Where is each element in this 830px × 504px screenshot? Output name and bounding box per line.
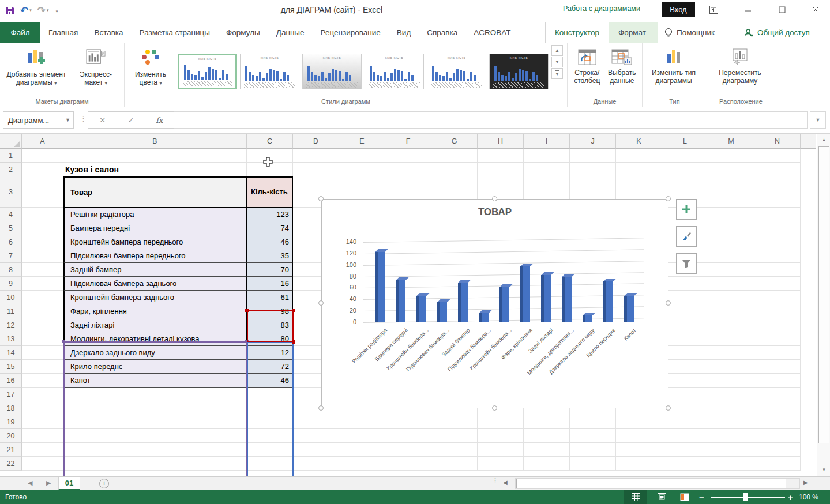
cell-M21[interactable] bbox=[708, 443, 754, 457]
name-box[interactable]: Диаграмм... ▼ bbox=[3, 111, 74, 129]
cell-L15[interactable] bbox=[662, 360, 708, 374]
cell-E2[interactable] bbox=[339, 163, 385, 176]
chart-handle[interactable] bbox=[666, 300, 671, 306]
cell-N12[interactable] bbox=[754, 318, 801, 332]
chart-handle[interactable] bbox=[318, 300, 324, 306]
chart-bar[interactable] bbox=[520, 266, 530, 322]
cell-M19[interactable] bbox=[708, 415, 754, 429]
cell-J22[interactable] bbox=[570, 457, 616, 471]
cell-N13[interactable] bbox=[754, 332, 801, 346]
chart-bar[interactable] bbox=[416, 296, 426, 322]
insert-function-icon[interactable]: fx bbox=[145, 116, 174, 125]
row-header-22[interactable]: 22 bbox=[0, 457, 22, 471]
cell-A4[interactable] bbox=[22, 208, 63, 221]
cell-D22[interactable] bbox=[293, 457, 339, 471]
sheet-nav-prev-icon[interactable]: ◀ bbox=[28, 479, 32, 487]
cell-E19[interactable] bbox=[339, 415, 385, 429]
table-cell-product[interactable]: Задній бампер bbox=[63, 263, 247, 277]
assistant-button[interactable]: Помощник bbox=[664, 22, 715, 43]
cell-H20[interactable] bbox=[478, 429, 524, 443]
column-header-F[interactable]: F bbox=[385, 134, 431, 149]
cell-M22[interactable] bbox=[708, 457, 754, 471]
cell-A9[interactable] bbox=[22, 277, 63, 291]
chart-style-thumb-2[interactable]: КІЛЬ-КІСТЬ bbox=[240, 54, 299, 89]
tab-конструктор[interactable]: Конструктор bbox=[545, 22, 609, 43]
normal-view-icon[interactable] bbox=[624, 490, 647, 504]
cell-G19[interactable] bbox=[431, 415, 478, 429]
scroll-right-icon[interactable]: ▶ bbox=[803, 479, 808, 486]
table-cell-product[interactable]: Молдинги, декоративні деталі кузова bbox=[63, 332, 247, 346]
cell-N2[interactable] bbox=[754, 163, 801, 176]
cell-A10[interactable] bbox=[22, 291, 63, 304]
cell-B18[interactable] bbox=[63, 401, 247, 415]
tab-формат[interactable]: Формат bbox=[609, 22, 655, 43]
table-cell-quantity[interactable]: 74 bbox=[247, 221, 293, 235]
cell-K2[interactable] bbox=[616, 163, 662, 176]
cell-D2[interactable] bbox=[293, 163, 339, 176]
cell-I1[interactable] bbox=[524, 149, 570, 163]
cell-N6[interactable] bbox=[754, 235, 801, 249]
cell-D20[interactable] bbox=[293, 429, 339, 443]
cell-M13[interactable] bbox=[708, 332, 754, 346]
row-header-8[interactable]: 8 bbox=[0, 263, 22, 277]
formula-bar-splitter[interactable]: ⋮ bbox=[80, 114, 88, 123]
row-header-19[interactable]: 19 bbox=[0, 415, 22, 429]
chart-handle[interactable] bbox=[318, 405, 324, 411]
cell-A3[interactable] bbox=[22, 176, 63, 208]
cell-J19[interactable] bbox=[570, 415, 616, 429]
row-header-20[interactable]: 20 bbox=[0, 429, 22, 443]
cell-C18[interactable] bbox=[247, 401, 293, 415]
cell-A17[interactable] bbox=[22, 388, 63, 401]
cell-N19[interactable] bbox=[754, 415, 801, 429]
cell-N11[interactable] bbox=[754, 304, 801, 318]
cell-D1[interactable] bbox=[293, 149, 339, 163]
cell-K19[interactable] bbox=[616, 415, 662, 429]
row-header-1[interactable]: 1 bbox=[0, 149, 22, 163]
cell-M9[interactable] bbox=[708, 277, 754, 291]
cell-L17[interactable] bbox=[662, 388, 708, 401]
chart-bar[interactable] bbox=[562, 277, 572, 322]
table-cell-quantity[interactable]: 46 bbox=[247, 235, 293, 249]
table-cell-product[interactable]: Задні ліхтарі bbox=[63, 318, 247, 332]
tab-справка[interactable]: Справка bbox=[419, 22, 465, 43]
row-header-16[interactable]: 16 bbox=[0, 374, 22, 388]
select-all-corner[interactable] bbox=[0, 134, 22, 149]
cell-A6[interactable] bbox=[22, 235, 63, 249]
chart-bar[interactable] bbox=[375, 252, 385, 322]
column-header-D[interactable]: D bbox=[293, 134, 339, 149]
cell-M10[interactable] bbox=[708, 291, 754, 304]
cell-N16[interactable] bbox=[754, 374, 801, 388]
table-cell-quantity[interactable]: 61 bbox=[247, 291, 293, 304]
cell-F1[interactable] bbox=[385, 149, 431, 163]
row-header-6[interactable]: 6 bbox=[0, 235, 22, 249]
cell-C17[interactable] bbox=[247, 388, 293, 401]
cell-L11[interactable] bbox=[662, 304, 708, 318]
cell-N5[interactable] bbox=[754, 221, 801, 235]
sheet-nav-next-icon[interactable]: ▶ bbox=[46, 479, 51, 487]
change-colors-button[interactable]: Изменить цвета ▾ bbox=[127, 45, 174, 97]
table-cell-product[interactable]: Решітки радіатора bbox=[63, 208, 247, 221]
cell-A14[interactable] bbox=[22, 346, 63, 360]
row-header-17[interactable]: 17 bbox=[0, 388, 22, 401]
table-cell-quantity[interactable]: 123 bbox=[247, 208, 293, 221]
cell-H19[interactable] bbox=[478, 415, 524, 429]
table-cell-product[interactable]: Фари, кріплення bbox=[63, 304, 247, 318]
formula-input[interactable] bbox=[174, 111, 808, 129]
table-cell-quantity[interactable]: 98 bbox=[247, 304, 293, 318]
chart-bar[interactable] bbox=[479, 313, 489, 322]
share-button[interactable]: Общий доступ bbox=[744, 22, 810, 43]
tab-формулы[interactable]: Формулы bbox=[218, 22, 268, 43]
chart-filters-button[interactable] bbox=[676, 253, 697, 274]
tab-вид[interactable]: Вид bbox=[389, 22, 419, 43]
scroll-left-icon[interactable]: ◀ bbox=[503, 479, 508, 486]
column-header-A[interactable]: A bbox=[22, 134, 63, 149]
chart-styles-button[interactable] bbox=[676, 226, 697, 247]
row-header-3[interactable]: 3 bbox=[0, 176, 22, 208]
cell-B21[interactable] bbox=[63, 443, 247, 457]
zoom-level[interactable]: 100 % bbox=[799, 493, 818, 501]
chart-bar[interactable] bbox=[624, 296, 634, 322]
row-header-7[interactable]: 7 bbox=[0, 249, 22, 263]
add-sheet-icon[interactable]: + bbox=[99, 479, 109, 488]
table-cell-quantity[interactable]: 70 bbox=[247, 263, 293, 277]
chart-style-thumb-3[interactable]: КІЛЬ-КІСТЬ bbox=[302, 54, 362, 89]
